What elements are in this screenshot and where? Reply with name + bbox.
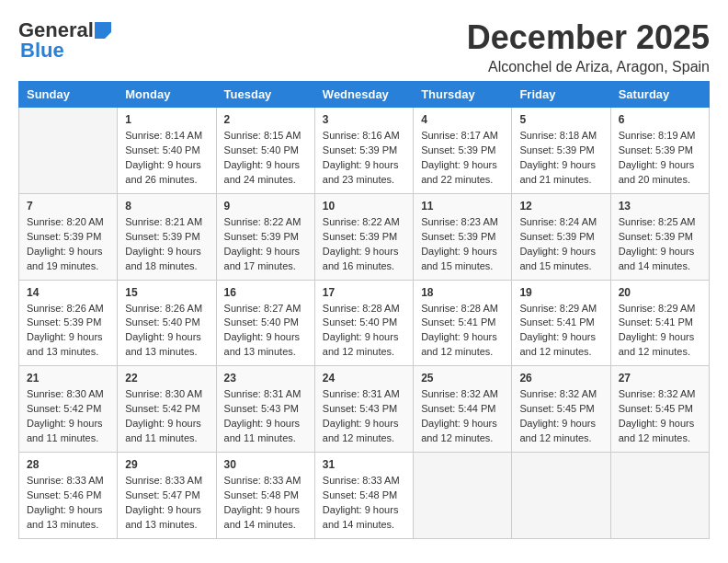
day-info: Sunrise: 8:31 AMSunset: 5:43 PMDaylight:…: [323, 387, 405, 446]
day-info: Sunrise: 8:33 AMSunset: 5:48 PMDaylight:…: [224, 474, 307, 533]
calendar-cell: 20Sunrise: 8:29 AMSunset: 5:41 PMDayligh…: [610, 280, 709, 366]
column-header-tuesday: Tuesday: [216, 82, 314, 108]
day-number: 2: [224, 113, 307, 126]
calendar-cell: 14Sunrise: 8:26 AMSunset: 5:39 PMDayligh…: [19, 280, 118, 366]
logo-blue: Blue: [18, 39, 64, 63]
day-info: Sunrise: 8:28 AMSunset: 5:40 PMDaylight:…: [323, 302, 405, 361]
calendar-cell: 6Sunrise: 8:19 AMSunset: 5:39 PMDaylight…: [610, 108, 709, 194]
calendar-cell: 12Sunrise: 8:24 AMSunset: 5:39 PMDayligh…: [512, 193, 610, 280]
day-info: Sunrise: 8:33 AMSunset: 5:46 PMDaylight:…: [27, 474, 109, 533]
day-number: 21: [27, 372, 109, 385]
calendar-cell: 3Sunrise: 8:16 AMSunset: 5:39 PMDaylight…: [314, 108, 413, 194]
column-header-monday: Monday: [118, 82, 216, 108]
calendar-cell: 18Sunrise: 8:28 AMSunset: 5:41 PMDayligh…: [414, 280, 512, 366]
column-header-saturday: Saturday: [610, 82, 709, 108]
day-info: Sunrise: 8:31 AMSunset: 5:43 PMDaylight:…: [224, 387, 307, 446]
calendar-week-row: 21Sunrise: 8:30 AMSunset: 5:42 PMDayligh…: [19, 366, 710, 453]
day-info: Sunrise: 8:32 AMSunset: 5:45 PMDaylight:…: [619, 387, 701, 446]
day-number: 25: [421, 372, 504, 385]
calendar-cell: 30Sunrise: 8:33 AMSunset: 5:48 PMDayligh…: [216, 453, 314, 539]
day-number: 5: [519, 113, 602, 126]
day-number: 12: [519, 200, 602, 213]
calendar-week-row: 28Sunrise: 8:33 AMSunset: 5:46 PMDayligh…: [19, 453, 710, 539]
day-number: 15: [125, 286, 208, 299]
column-header-sunday: Sunday: [19, 82, 118, 108]
calendar-cell: [19, 108, 118, 194]
logo-icon: [95, 22, 111, 39]
location-title: Alconchel de Ariza, Aragon, Spain: [467, 59, 710, 75]
day-info: Sunrise: 8:25 AMSunset: 5:39 PMDaylight:…: [619, 215, 701, 274]
day-info: Sunrise: 8:14 AMSunset: 5:40 PMDaylight:…: [125, 129, 208, 188]
page-header: General Blue December 2025 Alconchel de …: [18, 18, 710, 75]
day-info: Sunrise: 8:16 AMSunset: 5:39 PMDaylight:…: [323, 129, 405, 188]
day-number: 9: [224, 200, 307, 213]
day-number: 26: [519, 372, 602, 385]
calendar-cell: 24Sunrise: 8:31 AMSunset: 5:43 PMDayligh…: [314, 366, 413, 453]
day-info: Sunrise: 8:22 AMSunset: 5:39 PMDaylight:…: [224, 215, 307, 274]
column-header-thursday: Thursday: [414, 82, 512, 108]
calendar-cell: 17Sunrise: 8:28 AMSunset: 5:40 PMDayligh…: [314, 280, 413, 366]
day-info: Sunrise: 8:29 AMSunset: 5:41 PMDaylight:…: [519, 302, 602, 361]
calendar-cell: 2Sunrise: 8:15 AMSunset: 5:40 PMDaylight…: [216, 108, 314, 194]
calendar-cell: 19Sunrise: 8:29 AMSunset: 5:41 PMDayligh…: [512, 280, 610, 366]
calendar-cell: 25Sunrise: 8:32 AMSunset: 5:44 PMDayligh…: [414, 366, 512, 453]
logo: General Blue: [18, 18, 112, 63]
day-info: Sunrise: 8:21 AMSunset: 5:39 PMDaylight:…: [125, 215, 208, 274]
calendar-cell: [610, 453, 709, 539]
day-number: 17: [323, 286, 405, 299]
day-number: 19: [519, 286, 602, 299]
day-info: Sunrise: 8:29 AMSunset: 5:41 PMDaylight:…: [619, 302, 701, 361]
day-info: Sunrise: 8:33 AMSunset: 5:48 PMDaylight:…: [323, 474, 405, 533]
day-number: 29: [125, 458, 208, 471]
day-number: 10: [323, 200, 405, 213]
day-number: 14: [27, 286, 109, 299]
calendar-cell: 16Sunrise: 8:27 AMSunset: 5:40 PMDayligh…: [216, 280, 314, 366]
column-header-wednesday: Wednesday: [314, 82, 413, 108]
day-number: 4: [421, 113, 504, 126]
day-info: Sunrise: 8:30 AMSunset: 5:42 PMDaylight:…: [125, 387, 208, 446]
day-number: 18: [421, 286, 504, 299]
calendar-cell: [512, 453, 610, 539]
day-info: Sunrise: 8:24 AMSunset: 5:39 PMDaylight:…: [519, 215, 602, 274]
calendar-week-row: 7Sunrise: 8:20 AMSunset: 5:39 PMDaylight…: [19, 193, 710, 280]
day-number: 22: [125, 372, 208, 385]
calendar-cell: 5Sunrise: 8:18 AMSunset: 5:39 PMDaylight…: [512, 108, 610, 194]
day-info: Sunrise: 8:32 AMSunset: 5:45 PMDaylight:…: [519, 387, 602, 446]
calendar-cell: [414, 453, 512, 539]
calendar-table: SundayMondayTuesdayWednesdayThursdayFrid…: [18, 81, 710, 539]
calendar-cell: 28Sunrise: 8:33 AMSunset: 5:46 PMDayligh…: [19, 453, 118, 539]
month-title: December 2025: [467, 18, 710, 57]
calendar-cell: 1Sunrise: 8:14 AMSunset: 5:40 PMDaylight…: [118, 108, 216, 194]
day-info: Sunrise: 8:32 AMSunset: 5:44 PMDaylight:…: [421, 387, 504, 446]
day-info: Sunrise: 8:26 AMSunset: 5:39 PMDaylight:…: [27, 302, 109, 361]
calendar-cell: 23Sunrise: 8:31 AMSunset: 5:43 PMDayligh…: [216, 366, 314, 453]
calendar-cell: 11Sunrise: 8:23 AMSunset: 5:39 PMDayligh…: [414, 193, 512, 280]
day-info: Sunrise: 8:17 AMSunset: 5:39 PMDaylight:…: [421, 129, 504, 188]
day-info: Sunrise: 8:23 AMSunset: 5:39 PMDaylight:…: [421, 215, 504, 274]
calendar-cell: 13Sunrise: 8:25 AMSunset: 5:39 PMDayligh…: [610, 193, 709, 280]
day-number: 6: [619, 113, 701, 126]
day-number: 27: [619, 372, 701, 385]
calendar-cell: 27Sunrise: 8:32 AMSunset: 5:45 PMDayligh…: [610, 366, 709, 453]
day-info: Sunrise: 8:15 AMSunset: 5:40 PMDaylight:…: [224, 129, 307, 188]
calendar-week-row: 14Sunrise: 8:26 AMSunset: 5:39 PMDayligh…: [19, 280, 710, 366]
day-info: Sunrise: 8:30 AMSunset: 5:42 PMDaylight:…: [27, 387, 109, 446]
day-info: Sunrise: 8:20 AMSunset: 5:39 PMDaylight:…: [27, 215, 109, 274]
day-number: 23: [224, 372, 307, 385]
column-header-friday: Friday: [512, 82, 610, 108]
calendar-cell: 26Sunrise: 8:32 AMSunset: 5:45 PMDayligh…: [512, 366, 610, 453]
calendar-cell: 4Sunrise: 8:17 AMSunset: 5:39 PMDaylight…: [414, 108, 512, 194]
calendar-cell: 21Sunrise: 8:30 AMSunset: 5:42 PMDayligh…: [19, 366, 118, 453]
day-number: 7: [27, 200, 109, 213]
day-info: Sunrise: 8:18 AMSunset: 5:39 PMDaylight:…: [519, 129, 602, 188]
calendar-cell: 10Sunrise: 8:22 AMSunset: 5:39 PMDayligh…: [314, 193, 413, 280]
calendar-cell: 8Sunrise: 8:21 AMSunset: 5:39 PMDaylight…: [118, 193, 216, 280]
day-number: 28: [27, 458, 109, 471]
calendar-cell: 7Sunrise: 8:20 AMSunset: 5:39 PMDaylight…: [19, 193, 118, 280]
day-number: 1: [125, 113, 208, 126]
day-number: 3: [323, 113, 405, 126]
day-number: 8: [125, 200, 208, 213]
calendar-cell: 31Sunrise: 8:33 AMSunset: 5:48 PMDayligh…: [314, 453, 413, 539]
calendar-week-row: 1Sunrise: 8:14 AMSunset: 5:40 PMDaylight…: [19, 108, 710, 194]
title-block: December 2025 Alconchel de Ariza, Aragon…: [467, 18, 710, 75]
